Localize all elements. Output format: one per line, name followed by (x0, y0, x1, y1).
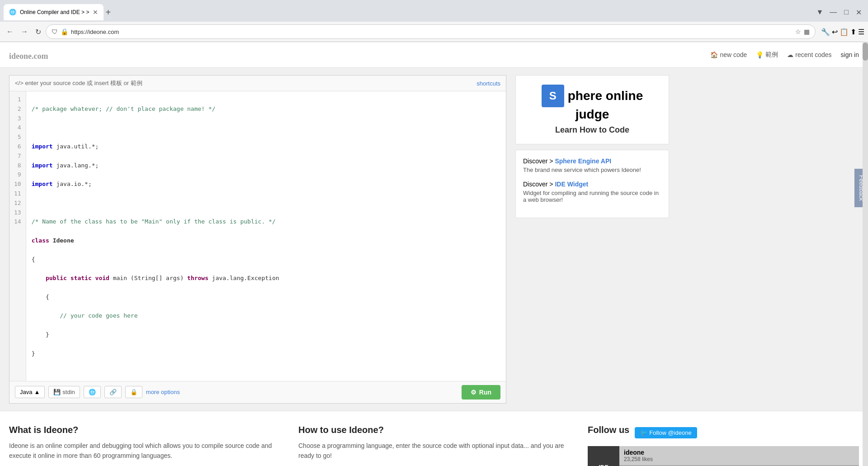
logo-suffix: .com (32, 52, 48, 61)
site-nav-links: 🏠 new code 💡 範例 ☁ recent codes sign in (710, 51, 859, 59)
window-minimize-button[interactable]: — (827, 6, 840, 19)
shield-icon: 🛡 (52, 28, 58, 35)
window-close-button[interactable]: ✕ (853, 6, 864, 19)
editor-toolbar: Java ▲ 💾 stdin 🌐 🔗 🔒 more options (9, 381, 506, 403)
discover-box: Discover > Sphere Engine API The brand n… (515, 150, 669, 218)
lock-icon: 🔒 (61, 28, 68, 35)
home-icon: 🏠 (710, 51, 718, 58)
tab-favicon: 🌐 (9, 9, 16, 16)
twitter-follow-button[interactable]: 🐦 Follow @ideone (635, 427, 697, 438)
back-button[interactable]: ← (4, 26, 16, 38)
editor-header: </> enter your source code 或 insert 模板 o… (9, 76, 506, 91)
nav-home-label: new code (720, 51, 747, 58)
fb-likes-count: 23,258 likes (624, 456, 854, 462)
ext-icon-2[interactable]: ↩ (832, 28, 838, 36)
nav-examples-label: 範例 (765, 51, 778, 59)
sphere-engine-api-link[interactable]: Sphere Engine API (555, 157, 611, 165)
lang-label: Java (20, 389, 32, 395)
discover2-desc: Widget for compiling and running the sou… (523, 190, 661, 203)
line-numbers: 12345 678910 11121314 (9, 91, 26, 381)
new-tab-button[interactable]: + (105, 7, 111, 18)
how-to-use-title: How to use Ideone? (298, 425, 570, 435)
tab-close-button[interactable]: ✕ (93, 9, 98, 16)
lang-dropdown-icon: ▲ (34, 389, 40, 395)
address-bar[interactable]: 🛡 🔒 https://ideone.com ☆ ▦ (46, 24, 816, 39)
cloud-icon: ☁ (787, 51, 793, 58)
tab-bar: 🌐 Online Compiler and IDE > > ✕ + ▼ — □ … (0, 0, 868, 22)
lock-icon: 🔒 (130, 389, 137, 395)
main-content: </> enter your source code 或 insert 模板 o… (0, 68, 678, 411)
twitter-icon: 🐦 (640, 429, 647, 436)
lock-button[interactable]: 🔒 (125, 386, 142, 398)
code-area[interactable]: 12345 678910 11121314 /* package whateve… (9, 91, 506, 381)
what-is-ideone-body: Ideone is an online compiler and debuggi… (9, 441, 280, 461)
discover1-desc: The brand new service which powers Ideon… (523, 166, 661, 173)
discover-item-2: Discover > IDE Widget Widget for compili… (523, 181, 661, 203)
how-to-use-body: Choose a programming language, enter the… (298, 441, 570, 461)
site-nav: ideone.com 🏠 new code 💡 範例 ☁ recent code… (0, 42, 868, 68)
nav-recent-label: recent codes (795, 51, 831, 58)
shortcuts-link[interactable]: shortcuts (476, 80, 500, 87)
run-icon: ⚙ (471, 389, 476, 396)
language-selector[interactable]: Java ▲ (15, 386, 45, 398)
follow-header: Follow us 🐦 Follow @ideone (588, 425, 859, 441)
discover2-prefix: Discover > (523, 181, 555, 188)
follow-us-title: Follow us (588, 425, 629, 435)
ext-icon-4[interactable]: ⬆ (850, 28, 856, 36)
scrollbar-thumb[interactable] (863, 43, 868, 61)
fb-page-name: ideone (624, 449, 854, 456)
scrollbar[interactable] (863, 42, 868, 466)
fb-logo-text: IDE (599, 464, 609, 466)
run-button[interactable]: ⚙ Run (462, 385, 500, 399)
nav-recent-codes[interactable]: ☁ recent codes (787, 51, 831, 58)
link-icon: 🔗 (109, 389, 117, 395)
what-is-ideone-section: What is Ideone? Ideone is an online comp… (9, 425, 280, 466)
qr-icon[interactable]: ▦ (804, 28, 810, 35)
sign-in-link[interactable]: sign in (841, 51, 859, 58)
editor-panel: </> enter your source code 或 insert 模板 o… (9, 75, 506, 404)
ide-widget-link[interactable]: IDE Widget (555, 181, 588, 188)
examples-icon: 💡 (756, 51, 764, 58)
refresh-button[interactable]: ↻ (33, 26, 44, 38)
discover1-prefix: Discover > (523, 157, 555, 165)
browser-chrome: 🌐 Online Compiler and IDE > > ✕ + ▼ — □ … (0, 0, 868, 42)
sphere-logo[interactable]: S (542, 85, 564, 107)
stdin-label: stdin (62, 389, 75, 395)
ext-icon-3[interactable]: 📋 (840, 28, 849, 36)
follow-us-section: Follow us 🐦 Follow @ideone IDE ONE ideon… (588, 425, 859, 466)
nav-bar: ← → ↻ 🛡 🔒 https://ideone.com ☆ ▦ 🔧 ↩ 📋 ⬆… (0, 22, 868, 42)
extensions-area: 🔧 ↩ 📋 ⬆ ☰ (821, 28, 864, 36)
how-to-use-section: How to use Ideone? Choose a programming … (298, 425, 570, 466)
ext-icon-1[interactable]: 🔧 (821, 28, 830, 36)
editor-placeholder: </> enter your source code 或 insert 模板 o… (15, 79, 476, 87)
stdin-icon: 💾 (53, 389, 61, 395)
right-sidebar: Sphere online judge Learn How to Code Di… (515, 75, 669, 404)
sphere-title: phere online judge (568, 89, 643, 121)
link-button[interactable]: 🔗 (104, 386, 122, 398)
window-maximize-button[interactable]: □ (841, 6, 851, 19)
discover-item-1: Discover > Sphere Engine API The brand n… (523, 157, 661, 173)
run-label: Run (479, 389, 491, 396)
tab-dropdown-button[interactable]: ▼ (816, 8, 823, 16)
fb-logo: IDE ONE (588, 446, 619, 466)
stdin-button[interactable]: 💾 stdin (48, 386, 80, 398)
twitter-btn-label: Follow @ideone (649, 429, 691, 436)
star-icon[interactable]: ☆ (795, 28, 801, 35)
site-logo[interactable]: ideone.com (9, 48, 48, 62)
forward-button[interactable]: → (18, 26, 31, 38)
tab-title: Online Compiler and IDE > > (20, 9, 89, 15)
page-wrapper: ideone.com 🏠 new code 💡 範例 ☁ recent code… (0, 42, 868, 466)
what-is-ideone-title: What is Ideone? (9, 425, 280, 435)
sphere-ad-box: Sphere online judge Learn How to Code (515, 75, 669, 144)
nav-examples[interactable]: 💡 範例 (756, 51, 778, 59)
bottom-sections: What is Ideone? Ideone is an online comp… (0, 411, 868, 466)
more-options-link[interactable]: more options (146, 389, 180, 395)
logo-text: ideone (9, 52, 32, 61)
browser-menu-button[interactable]: ☰ (858, 28, 864, 36)
nav-new-code[interactable]: 🏠 new code (710, 51, 747, 58)
facebook-preview: IDE ONE ideone 23,258 likes 👍 Like Page … (588, 446, 859, 466)
globe-button[interactable]: 🌐 (84, 386, 101, 398)
url-display: https://ideone.com (71, 29, 793, 35)
code-content[interactable]: /* package whatever; // don't place pack… (26, 91, 506, 381)
active-tab[interactable]: 🌐 Online Compiler and IDE > > ✕ (4, 4, 104, 20)
